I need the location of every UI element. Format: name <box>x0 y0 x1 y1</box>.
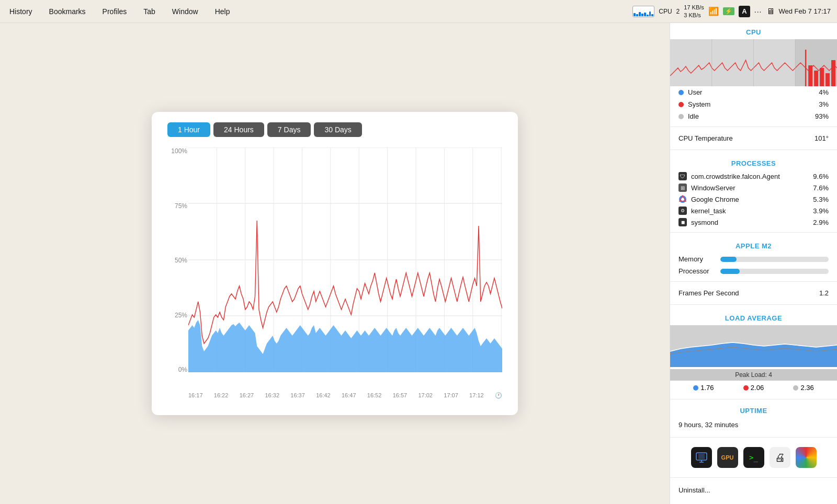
processor-bar-label: Processor <box>678 267 720 275</box>
tab-7days[interactable]: 7 Days <box>267 122 311 137</box>
divider-5 <box>670 304 837 305</box>
system-label: System <box>688 100 819 108</box>
load-value-2: 2.06 <box>751 384 764 392</box>
stat-user: User 4% <box>670 86 837 98</box>
crowdstrike-pct: 9.6% <box>813 173 829 180</box>
windowserver-pct: 7.6% <box>813 184 829 192</box>
processor-bar-track <box>720 269 829 274</box>
wifi-icon: 📶 <box>708 6 719 16</box>
svg-rect-23 <box>808 65 812 86</box>
load-average-title: LOAD AVERAGE <box>670 309 837 325</box>
apple-m2-title: APPLE M2 <box>670 237 837 253</box>
dock-icon-monitor[interactable] <box>691 447 712 468</box>
idle-value: 93% <box>815 112 829 120</box>
tab-1hour[interactable]: 1 Hour <box>167 122 210 137</box>
x-label-9: 17:02 <box>418 392 433 399</box>
uptime-value: 9 hours, 32 minutes <box>670 417 837 433</box>
time-tabs: 1 Hour 24 Hours 7 Days 30 Days <box>167 122 502 137</box>
process-sysmond: ◼ sysmond 2.9% <box>670 216 837 228</box>
stat-idle: Idle 93% <box>670 110 837 122</box>
y-label-75: 75% <box>167 202 187 210</box>
svg-rect-26 <box>825 73 830 86</box>
temp-row: CPU Temperature 101° <box>670 131 837 145</box>
user-value: 4% <box>819 88 829 96</box>
fps-row: Frames Per Second 1.2 <box>670 286 837 300</box>
process-chrome: Google Chrome 5.3% <box>670 193 837 205</box>
temp-value: 101° <box>815 134 829 142</box>
screen-icon: 🖥 <box>766 7 775 16</box>
menu-tab[interactable]: Tab <box>140 5 159 18</box>
dock-icon-printer[interactable]: 🖨 <box>770 447 790 468</box>
dock-icon-terminal[interactable]: >_ <box>743 447 764 468</box>
load-value-1: 1.76 <box>700 384 714 392</box>
cpu-graph-area <box>670 39 837 86</box>
chrome-name: Google Chrome <box>691 196 813 203</box>
a-icon: A <box>739 6 750 17</box>
user-dot <box>678 90 684 95</box>
menu-help[interactable]: Help <box>212 5 233 18</box>
clock-icon: 🕐 <box>495 392 502 399</box>
y-label-25: 25% <box>167 312 187 319</box>
x-label-1: 16:22 <box>214 392 229 399</box>
menubar-right: CPU 2 17 KB/s 3 KB/s 📶 ⚡ A ··· 🖥 Wed Feb… <box>632 4 831 19</box>
svg-rect-33 <box>698 454 705 459</box>
processor-bar-row: Processor <box>670 265 837 277</box>
x-label-7: 16:52 <box>367 392 382 399</box>
processor-bar-fill <box>720 269 740 274</box>
tab-30days[interactable]: 30 Days <box>314 122 361 137</box>
y-label-50: 50% <box>167 257 187 264</box>
divider-3 <box>670 232 837 233</box>
process-windowserver: ⊞ WindowServer 7.6% <box>670 182 837 193</box>
load-val-2: 2.06 <box>743 384 764 392</box>
process-kernel: ⚙ kernel_task 3.9% <box>670 205 837 216</box>
y-label-100: 100% <box>167 147 187 155</box>
cpu-section-title: CPU <box>670 23 837 39</box>
divider-7 <box>670 437 837 438</box>
browser-area: 1 Hour 24 Hours 7 Days 30 Days 100% 75% … <box>0 23 670 504</box>
load-value-3: 2.36 <box>800 384 813 392</box>
cpu-mini-widget[interactable] <box>632 6 654 17</box>
sysmond-pct: 2.9% <box>813 219 829 226</box>
load-graph-area <box>670 325 837 367</box>
divider-2 <box>670 150 837 150</box>
battery-icon: ⚡ <box>723 7 734 15</box>
load-dot-3 <box>793 385 798 391</box>
more-icon[interactable]: ··· <box>754 7 762 16</box>
divider-4 <box>670 281 837 282</box>
svg-rect-24 <box>814 71 818 86</box>
menu-bookmarks[interactable]: Bookmarks <box>46 5 89 18</box>
tab-24hours[interactable]: 24 Hours <box>213 122 264 137</box>
cpu-chart: 100% 75% 50% 25% 0% <box>167 147 502 388</box>
peak-load-bar: Peak Load: 4 <box>670 369 837 381</box>
kernel-name: kernel_task <box>691 207 813 215</box>
load-val-3: 2.36 <box>793 384 813 392</box>
kernel-icon: ⚙ <box>678 207 687 215</box>
menu-history[interactable]: History <box>6 5 36 18</box>
cpu-chart-svg <box>188 147 502 372</box>
x-label-4: 16:37 <box>290 392 305 399</box>
divider-1 <box>670 127 837 127</box>
dock-icon-activity[interactable] <box>796 447 817 468</box>
x-label-6: 16:47 <box>342 392 356 399</box>
dock-icons: GPU >_ 🖨 <box>670 442 837 473</box>
chrome-icon <box>678 195 687 203</box>
stat-system: System 3% <box>670 98 837 110</box>
dock-icon-gpu[interactable]: GPU <box>717 447 738 468</box>
menu-profiles[interactable]: Profiles <box>99 5 130 18</box>
process-crowdstrike: 🛡 com.crowdstrike.falcon.Agent 9.6% <box>670 170 837 182</box>
svg-rect-27 <box>831 60 835 86</box>
memory-bar-fill <box>720 257 737 262</box>
windowserver-name: WindowServer <box>691 184 813 192</box>
divider-8 <box>670 477 837 478</box>
uninstall-button[interactable]: Uninstall... <box>670 482 837 498</box>
svg-rect-25 <box>820 68 824 86</box>
x-label-10: 17:07 <box>444 392 458 399</box>
load-dot-2 <box>743 385 749 391</box>
sysmond-name: sysmond <box>691 219 813 226</box>
fps-value: 1.2 <box>819 289 829 297</box>
menubar-left: History Bookmarks Profiles Tab Window He… <box>6 5 233 18</box>
x-label-5: 16:42 <box>316 392 331 399</box>
x-axis-labels: 16:17 16:22 16:27 16:32 16:37 16:42 16:4… <box>167 388 502 399</box>
load-values: 1.76 2.06 2.36 <box>670 381 837 395</box>
menu-window[interactable]: Window <box>169 5 201 18</box>
